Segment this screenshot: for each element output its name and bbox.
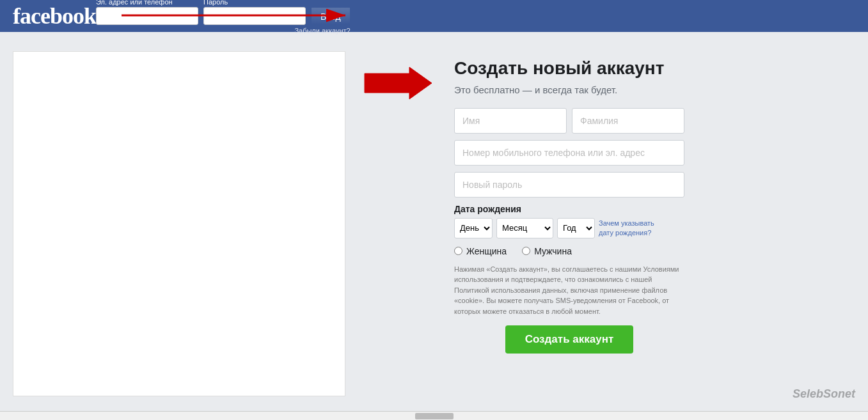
gender-row: Женщина Мужчина — [454, 246, 684, 256]
male-radio[interactable] — [522, 247, 530, 255]
bottom-scrollbar[interactable] — [0, 411, 868, 420]
form-arrow-container — [358, 45, 435, 403]
registration-subtitle: Это бесплатно — и всегда так будет. — [454, 84, 684, 95]
left-panel — [13, 51, 345, 396]
registration-title: Создать новый аккаунт — [454, 58, 684, 79]
dob-label: Дата рождения — [454, 204, 684, 214]
header-arrow — [115, 3, 358, 28]
facebook-logo: facebook — [13, 3, 96, 29]
password-row — [454, 172, 684, 198]
male-label: Мужчина — [534, 246, 572, 256]
year-select[interactable]: Год2024202320222021202020192018201720162… — [557, 218, 595, 238]
phone-row — [454, 140, 684, 166]
first-name-input[interactable] — [454, 108, 567, 134]
male-option[interactable]: Мужчина — [522, 246, 572, 256]
name-row — [454, 108, 684, 134]
female-radio[interactable] — [454, 247, 462, 255]
new-password-input[interactable] — [454, 172, 684, 198]
scroll-thumb[interactable] — [415, 413, 454, 419]
create-account-button[interactable]: Создать аккаунт — [505, 325, 633, 354]
month-select[interactable]: МесяцЯнварьФевральМартАпрельМайИюньИюльА… — [496, 218, 553, 238]
main-content: Создать новый аккаунт Это бесплатно — и … — [0, 32, 868, 416]
dob-row: День123456789101112131415161718192021222… — [454, 218, 684, 238]
phone-email-input[interactable] — [454, 140, 684, 166]
registration-form: Создать новый аккаунт Это бесплатно — и … — [435, 45, 704, 403]
terms-text: Нажимая «Создать аккаунт», вы соглашаете… — [454, 264, 684, 317]
header: facebook Эл. адрес или телефон Пароль — [0, 0, 868, 32]
svg-marker-3 — [365, 67, 432, 99]
last-name-input[interactable] — [572, 108, 684, 134]
form-arrow — [358, 64, 435, 102]
watermark: SelebSonet — [793, 387, 855, 401]
female-option[interactable]: Женщина — [454, 246, 507, 256]
day-select[interactable]: День123456789101112131415161718192021222… — [454, 218, 493, 238]
female-label: Женщина — [466, 246, 507, 256]
dob-why-link[interactable]: Зачем указывать дату рождения? — [599, 219, 663, 237]
